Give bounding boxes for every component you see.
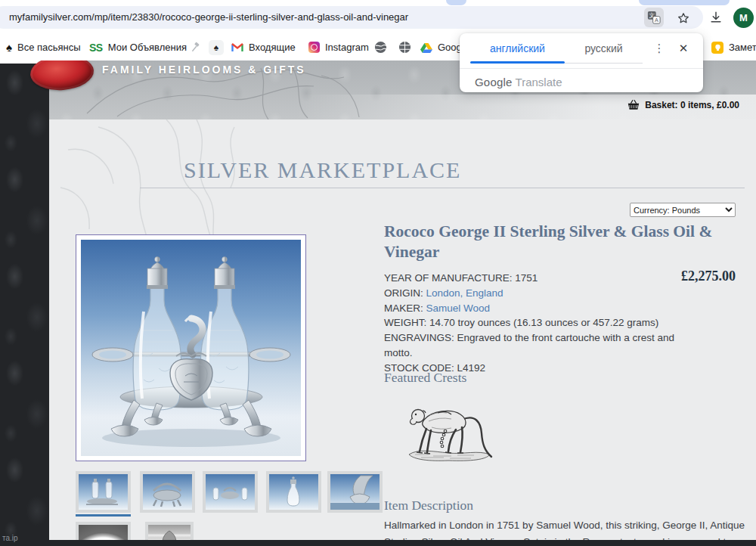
thumbnail-6[interactable]	[76, 522, 131, 540]
bookmark-spade-app[interactable]: ♠	[209, 34, 224, 60]
instagram-icon	[308, 42, 320, 53]
bookmark-label: Входящие	[249, 42, 296, 53]
thumbnail-3[interactable]	[203, 471, 258, 513]
status-bar-link-text: та.ip	[2, 534, 18, 542]
detail-row-engravings: ENGRAVINGS: Engraved to the front cartou…	[384, 330, 702, 361]
detail-row-maker: MAKER: Samuel Wood	[384, 301, 702, 316]
bookmark-solitaire[interactable]: ♠ Все пасьянсы	[6, 34, 81, 60]
bookmark-ads[interactable]: SS Мои Объявления	[89, 34, 187, 60]
item-description-text: Hallmarked in London in 1751 by Samuel W…	[384, 517, 756, 540]
brand-google: Google	[475, 76, 513, 88]
svg-text:A: A	[655, 17, 658, 23]
thumbnail-1-selected[interactable]	[76, 471, 131, 513]
ss-icon: SS	[89, 42, 103, 54]
site-tagline[interactable]: FAMILY HEIRLOOMS & GIFTS	[102, 64, 306, 76]
spade-icon: ♠	[6, 42, 12, 53]
product-details: YEAR OF MANUFACTURE: 1751 ORIGIN: London…	[384, 271, 702, 376]
popup-divider	[460, 68, 703, 69]
bookmark-inbox[interactable]: Входящие	[231, 34, 296, 60]
tab-strip-hint[interactable]	[639, 0, 730, 5]
bookmark-instagram[interactable]: Instagram	[308, 34, 369, 60]
translate-source-tab[interactable]: английский	[470, 33, 565, 64]
thumbnail-2[interactable]	[140, 471, 195, 513]
description-line-2: Sterling Silver Oil And Vinegar Set, is …	[384, 536, 732, 541]
active-tab-underline	[470, 61, 565, 64]
basket-label: Basket: 0 items, £0.00	[645, 100, 739, 110]
webpage: та.ip FAMILY HEIRLOOMS & GIFTS Basket: 0…	[0, 60, 756, 546]
gavel-icon	[191, 42, 202, 53]
title-line-1: Rococo George II Sterling Silver & Glass…	[384, 222, 712, 240]
dark-wallpaper-left	[0, 64, 49, 546]
inactive-tab-underline	[565, 63, 643, 64]
profile-avatar[interactable]: M	[733, 8, 754, 28]
download-icon	[708, 10, 723, 25]
detail-value: 14.70 troy ounces (16.13 ounces or 457.2…	[429, 317, 658, 328]
currency-select[interactable]: Currency: Pounds	[630, 203, 736, 217]
detail-label: ORIGIN:	[384, 287, 423, 299]
thumbnail-7[interactable]	[145, 522, 194, 540]
selected-thumbnail-indicator	[76, 514, 131, 517]
monkey-crest-image	[403, 388, 497, 464]
downloads-button[interactable]	[708, 9, 724, 26]
brand-translate: Translate	[516, 76, 562, 88]
product-title: Rococo George II Sterling Silver & Glass…	[384, 222, 747, 262]
section-rule	[140, 188, 745, 188]
bookmark-label: Мои Объявления	[108, 42, 187, 53]
bookmark-google-drive[interactable]: Googl	[420, 34, 464, 60]
address-bar[interactable]: myfamilysilver.com/mp/item/23830/rococo-…	[0, 6, 703, 29]
basket-link[interactable]: Basket: 0 items, £0.00	[627, 99, 739, 110]
item-description-heading: Item Description	[384, 498, 473, 513]
star-icon	[676, 11, 691, 26]
bookmark-label: Заметк	[729, 42, 756, 53]
bookmark-label: Все пасьянсы	[17, 42, 81, 53]
detail-label: YEAR OF MANUFACTURE:	[384, 272, 513, 284]
detail-row-year: YEAR OF MANUFACTURE: 1751	[384, 271, 702, 286]
bookmark-auction[interactable]	[191, 34, 202, 60]
google-translate-brand: GoogleTranslate	[475, 76, 562, 88]
basket-icon	[627, 99, 640, 110]
detail-value: 1751	[515, 272, 538, 284]
page-content: SILVER MARKETPLACE Currency: Pounds	[49, 119, 756, 540]
bookmark-site-2[interactable]	[398, 34, 411, 60]
cruet-set-photo	[81, 240, 301, 456]
spade-icon: ♠	[209, 40, 224, 55]
keep-icon	[711, 42, 723, 54]
globe-icon	[374, 41, 387, 54]
product-price: £2,275.00	[681, 268, 736, 284]
bookmark-keep-notes[interactable]: Заметк	[711, 34, 756, 60]
description-line-1: Hallmarked in London in 1751 by Samuel W…	[384, 520, 745, 531]
translate-button[interactable]: 文 A	[644, 8, 664, 27]
bookmark-label: Instagram	[325, 42, 369, 53]
featured-crests-heading: Featured Crests	[384, 370, 466, 386]
section-title: SILVER MARKETPLACE	[184, 157, 461, 183]
thumbnail-4[interactable]	[266, 471, 321, 513]
detail-label: WEIGHT:	[384, 317, 426, 328]
drive-icon	[420, 42, 432, 53]
gmail-icon	[231, 42, 243, 52]
title-line-2: Vinegar	[384, 243, 439, 261]
detail-row-origin: ORIGIN: London, England	[384, 286, 702, 301]
kebab-menu-icon[interactable]: ⋮	[650, 39, 668, 57]
dark-wallpaper-bottom	[0, 540, 756, 546]
globe-icon	[398, 41, 411, 54]
origin-link[interactable]: London, England	[426, 287, 503, 299]
detail-label: MAKER:	[384, 302, 423, 314]
translate-target-tab[interactable]: русский	[565, 33, 643, 64]
url-text[interactable]: myfamilysilver.com/mp/item/23830/rococo-…	[9, 6, 408, 29]
tab-strip-hint[interactable]	[446, 0, 466, 5]
detail-label: ENGRAVINGS:	[384, 332, 454, 343]
bookmark-star-button[interactable]	[675, 10, 692, 26]
close-icon[interactable]: ✕	[674, 39, 692, 57]
google-translate-popup: английский русский ⋮ ✕ GoogleTranslate	[460, 33, 703, 92]
browser-chrome: myfamilysilver.com/mp/item/23830/rococo-…	[0, 0, 756, 34]
thumbnail-5[interactable]	[327, 471, 383, 513]
translate-icon: 文 A	[647, 11, 661, 24]
product-main-image[interactable]	[76, 234, 306, 461]
bookmark-site-1[interactable]	[374, 34, 387, 60]
detail-row-weight: WEIGHT: 14.70 troy ounces (16.13 ounces …	[384, 315, 702, 330]
maker-link[interactable]: Samuel Wood	[426, 302, 491, 314]
